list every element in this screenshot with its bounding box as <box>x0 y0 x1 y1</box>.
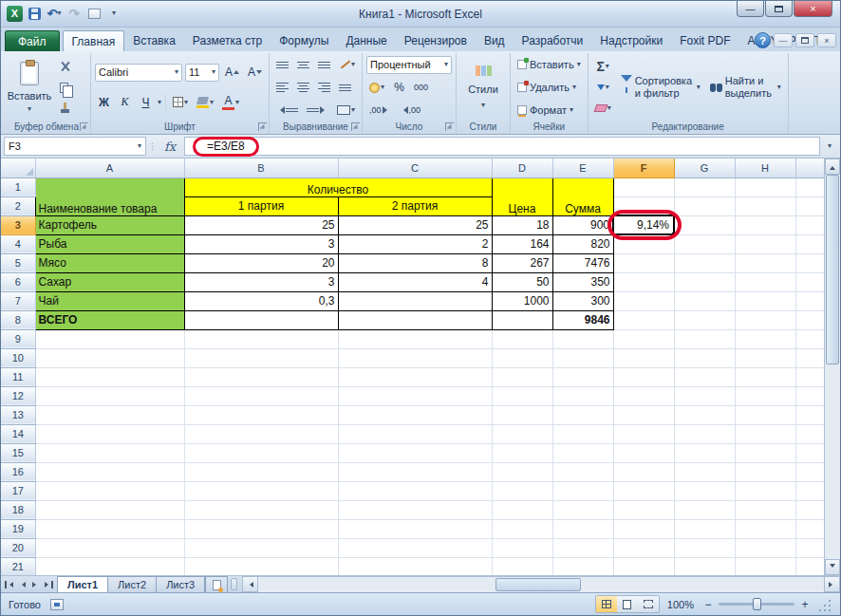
cell-e4[interactable]: 820 <box>552 234 613 253</box>
cell-d8[interactable] <box>492 310 552 329</box>
cell-f10[interactable] <box>613 348 674 367</box>
cell-f4[interactable] <box>613 234 674 253</box>
row-header-2[interactable]: 2 <box>1 196 35 215</box>
grow-font-button[interactable]: А <box>222 64 242 82</box>
zoom-handle[interactable] <box>753 598 761 610</box>
decrease-decimal-button[interactable]: ,00 <box>397 101 424 119</box>
horizontal-scrollbar[interactable] <box>242 576 840 592</box>
cut-button[interactable] <box>56 58 74 76</box>
row-header-12[interactable]: 12 <box>1 386 35 405</box>
shrink-font-button[interactable]: А <box>245 64 265 82</box>
cell-c16[interactable] <box>338 462 492 481</box>
vertical-scrollbar[interactable] <box>824 159 840 575</box>
ribbon-tab[interactable]: Формулы <box>271 30 337 51</box>
qat-extra-button[interactable] <box>85 5 103 22</box>
cell-b3[interactable]: 25 <box>184 215 338 234</box>
cell-b16[interactable] <box>184 462 338 481</box>
cell-e14[interactable] <box>552 424 613 443</box>
row-header-15[interactable]: 15 <box>1 443 35 462</box>
cell-f14[interactable] <box>613 424 674 443</box>
cell-h9[interactable] <box>735 329 795 348</box>
cell-a17[interactable] <box>35 481 184 500</box>
first-sheet-button[interactable] <box>3 578 15 591</box>
cell-h7[interactable] <box>735 291 795 310</box>
cell-a20[interactable] <box>35 538 184 557</box>
macro-record-icon[interactable] <box>50 599 64 610</box>
insert-cells-button[interactable]: Вставить▾ <box>514 56 584 74</box>
ribbon-tab[interactable]: Данные <box>337 30 395 51</box>
cell-h13[interactable] <box>735 405 795 424</box>
cell-f7[interactable] <box>613 291 674 310</box>
zoom-in-button[interactable]: + <box>798 598 812 611</box>
cell-a21[interactable] <box>35 557 184 575</box>
save-button[interactable] <box>26 5 43 22</box>
borders-button[interactable]: ▾ <box>170 93 191 111</box>
increase-decimal-button[interactable]: ,00 <box>366 101 394 119</box>
align-center-button[interactable] <box>294 79 312 97</box>
fill-button[interactable]: ▾ <box>592 79 614 97</box>
normal-view-button[interactable] <box>596 596 617 612</box>
cell-c9[interactable] <box>338 329 492 348</box>
cell-g10[interactable] <box>674 348 735 367</box>
cell-h8[interactable] <box>735 310 795 329</box>
cell-e16[interactable] <box>552 462 613 481</box>
cell-e11[interactable] <box>552 367 613 386</box>
horizontal-scroll-track[interactable] <box>258 576 824 592</box>
align-left-button[interactable] <box>273 79 291 97</box>
format-painter-button[interactable] <box>56 99 74 117</box>
cell-e9[interactable] <box>552 329 613 348</box>
ribbon-tab[interactable]: Вставка <box>124 30 184 51</box>
cell-h15[interactable] <box>735 443 795 462</box>
cell-h19[interactable] <box>735 519 795 538</box>
cell-a14[interactable] <box>35 424 184 443</box>
row-header-8[interactable]: 8 <box>1 310 35 329</box>
cell-d21[interactable] <box>492 557 552 575</box>
cell-b7[interactable]: 0,3 <box>184 291 338 310</box>
cell-f15[interactable] <box>613 443 674 462</box>
cell-b10[interactable] <box>184 348 338 367</box>
tab-split-handle[interactable] <box>231 578 237 590</box>
row-header-14[interactable]: 14 <box>1 424 35 443</box>
format-cells-button[interactable]: Формат▾ <box>514 101 584 119</box>
cell-g18[interactable] <box>674 500 735 519</box>
cell-a10[interactable] <box>35 348 184 367</box>
ribbon-tab[interactable]: Рецензиров <box>396 30 476 51</box>
cell-g13[interactable] <box>674 405 735 424</box>
expand-formula-bar-button[interactable]: ▾ <box>822 137 837 156</box>
cell-c15[interactable] <box>338 443 492 462</box>
scroll-up-button[interactable] <box>825 159 840 175</box>
align-bottom-button[interactable] <box>315 56 333 74</box>
cell-f18[interactable] <box>613 500 674 519</box>
cell-f17[interactable] <box>613 481 674 500</box>
cell-h6[interactable] <box>735 272 795 291</box>
cell-f21[interactable] <box>613 557 674 575</box>
row-header-11[interactable]: 11 <box>1 367 35 386</box>
sheet-tab[interactable]: Лист2 <box>107 576 157 592</box>
cell-g14[interactable] <box>674 424 735 443</box>
autosum-button[interactable]: Σ▾ <box>592 58 614 76</box>
zoom-track[interactable] <box>719 603 794 606</box>
cell-g19[interactable] <box>674 519 735 538</box>
cell-b2[interactable]: 1 партия <box>184 196 338 215</box>
cell-c14[interactable] <box>338 424 492 443</box>
cell-d3[interactable]: 18 <box>492 215 552 234</box>
page-layout-view-button[interactable] <box>617 596 638 612</box>
cell-c4[interactable]: 2 <box>338 234 492 253</box>
cell-b19[interactable] <box>184 519 338 538</box>
merge-center-button[interactable]: ▾ <box>334 101 358 119</box>
cell-h20[interactable] <box>735 538 795 557</box>
column-header-e[interactable]: E <box>552 159 613 177</box>
cell-e12[interactable] <box>552 386 613 405</box>
cell-b6[interactable]: 3 <box>184 272 338 291</box>
cell-h5[interactable] <box>735 253 795 272</box>
horizontal-scroll-thumb[interactable] <box>495 578 581 591</box>
insert-function-button[interactable]: fx <box>158 137 182 156</box>
column-header-b[interactable]: B <box>184 159 338 177</box>
row-header-19[interactable]: 19 <box>1 519 35 538</box>
select-all-corner[interactable] <box>1 159 35 177</box>
insert-worksheet-button[interactable] <box>205 576 228 592</box>
ribbon-tab[interactable]: Разметка стр <box>184 30 271 51</box>
cell-h18[interactable] <box>735 500 795 519</box>
cell-b5[interactable]: 20 <box>184 253 338 272</box>
cell-a4[interactable]: Рыба <box>35 234 184 253</box>
